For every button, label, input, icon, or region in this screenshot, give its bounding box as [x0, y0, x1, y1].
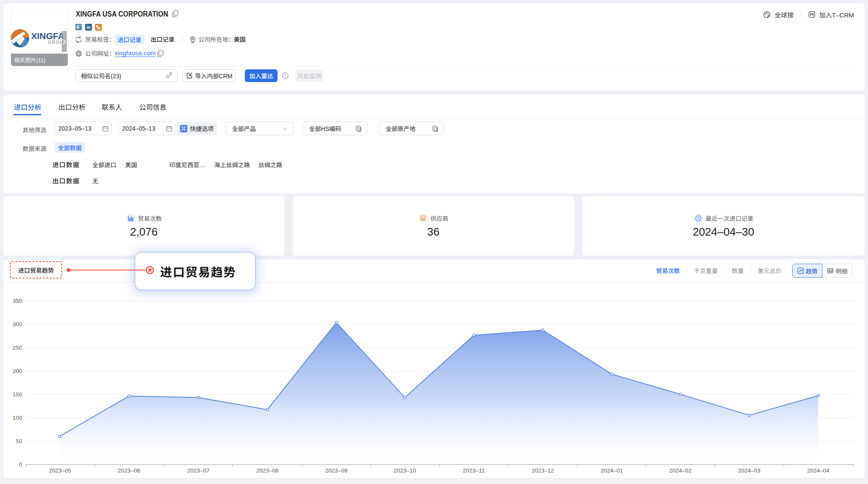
- svg-text:2023–09: 2023–09: [325, 467, 348, 474]
- svg-text:2024–01: 2024–01: [601, 467, 623, 474]
- svg-text:2023–05: 2023–05: [49, 467, 72, 474]
- svg-text:50: 50: [16, 438, 22, 444]
- svg-text:2024–02: 2024–02: [669, 467, 692, 474]
- svg-text:200: 200: [12, 368, 22, 374]
- svg-text:350: 350: [12, 298, 22, 304]
- svg-text:150: 150: [12, 391, 22, 398]
- svg-text:2023–07: 2023–07: [187, 467, 210, 474]
- svg-text:2023–11: 2023–11: [463, 467, 485, 474]
- svg-text:2023–10: 2023–10: [394, 467, 416, 474]
- svg-text:250: 250: [12, 344, 22, 351]
- svg-text:2023–06: 2023–06: [118, 467, 140, 474]
- svg-text:100: 100: [12, 415, 22, 421]
- svg-text:0: 0: [19, 461, 22, 468]
- svg-text:2023–12: 2023–12: [532, 467, 554, 474]
- svg-text:2024–04: 2024–04: [807, 467, 830, 474]
- svg-text:2024–03: 2024–03: [738, 467, 761, 474]
- svg-text:2023–08: 2023–08: [256, 467, 279, 474]
- svg-text:300: 300: [12, 321, 22, 327]
